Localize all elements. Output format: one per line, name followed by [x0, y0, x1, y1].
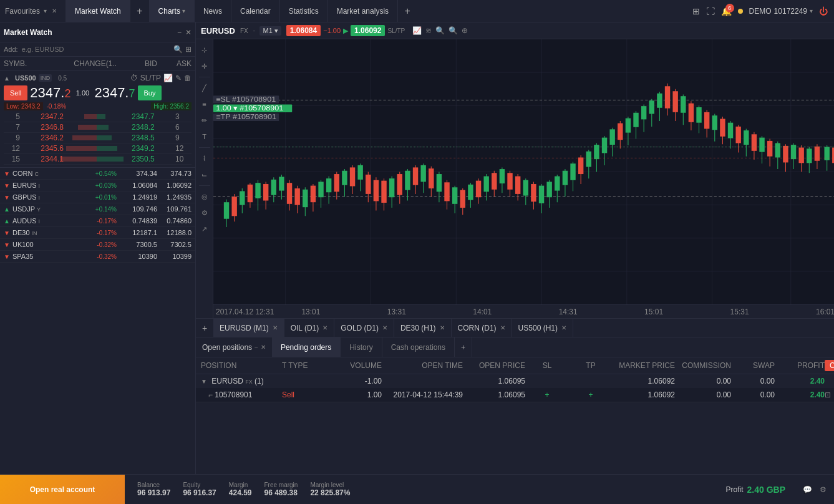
symbol-row-audusd[interactable]: ▲ AUDUS I -0.17% 0.74839 0.74860: [0, 215, 195, 227]
symbol-row-corn[interactable]: ▼ CORN C +0.54% 374.34 374.73: [0, 168, 195, 180]
usdjpy-bid: 109.746: [117, 205, 157, 213]
add-panel-button[interactable]: +: [455, 337, 472, 357]
open-positions-x-icon[interactable]: ✕: [261, 344, 266, 351]
account-dropdown-icon[interactable]: ▾: [810, 7, 813, 14]
symbol-tab-eurusd[interactable]: EURUSD (M1) ✕: [213, 319, 284, 337]
search-icon[interactable]: 🔍: [173, 45, 183, 54]
svg-rect-42: [318, 182, 323, 197]
crosshair-tool[interactable]: ✛: [198, 59, 211, 73]
chat-icon[interactable]: 💬: [803, 485, 812, 494]
zoom-out-icon[interactable]: 🔍: [449, 26, 458, 35]
buy-button[interactable]: Buy: [138, 85, 162, 100]
symbol-tab-us500-close[interactable]: ✕: [561, 324, 566, 331]
symbol-tab-corn-close[interactable]: ✕: [500, 324, 505, 331]
col-header-symbol: SYMB.: [4, 59, 73, 68]
add-chart-tab-button[interactable]: +: [398, 0, 417, 22]
layout-icon[interactable]: ⊞: [692, 6, 700, 16]
symbol-tab-us500[interactable]: US500 (H1) ✕: [512, 319, 573, 337]
toolbar-div-3: [199, 185, 210, 186]
svg-rect-18: [224, 202, 229, 219]
eurusd-arrow-icon: ▼: [4, 182, 12, 189]
magnet-tool[interactable]: ◎: [198, 190, 211, 203]
close-icon[interactable]: ✕: [52, 7, 57, 14]
settings-icon[interactable]: ⚙: [820, 485, 827, 494]
svg-rect-164: [798, 148, 803, 163]
chart-icon[interactable]: 📈: [163, 74, 173, 82]
status-equity: Equity 96 916.37: [183, 482, 216, 497]
add-chart-button[interactable]: +: [196, 323, 213, 333]
tab-pending-orders[interactable]: Pending orders: [272, 337, 341, 357]
zoom-in-icon[interactable]: 🔍: [435, 26, 445, 35]
fibonacci-tool[interactable]: ⌇: [198, 152, 211, 165]
grid-icon[interactable]: ⊞: [185, 45, 192, 54]
channel-tool[interactable]: ≡: [198, 97, 211, 111]
settings-tool[interactable]: ⚙: [198, 206, 211, 220]
pen-tool[interactable]: ✏: [198, 114, 211, 127]
tab-market-watch[interactable]: Market Watch: [66, 0, 130, 22]
us500-expand-icon[interactable]: ▲: [4, 75, 12, 82]
row-expand-icon[interactable]: ▼: [201, 378, 207, 385]
svg-rect-52: [357, 165, 362, 180]
indicator-icon[interactable]: ≋: [425, 26, 432, 35]
symbol-row-eurusd[interactable]: ▼ EURUS I +0.03% 1.06084 1.06092: [0, 180, 195, 191]
open-real-account-button[interactable]: Open real account: [0, 475, 125, 504]
order-105708901-tp[interactable]: +: [569, 390, 613, 399]
edit-icon[interactable]: ✎: [175, 74, 182, 82]
svg-rect-134: [681, 96, 686, 113]
us500-clock-icon[interactable]: ⏱: [130, 74, 138, 82]
gbpusd-symbol-name: GBPUS I: [12, 193, 79, 201]
tab-cash-operations[interactable]: Cash operations: [382, 337, 455, 357]
symbol-tab-gold[interactable]: GOLD (D1) ✕: [334, 319, 394, 337]
fullscreen-icon[interactable]: ⛶: [706, 6, 715, 16]
share-tool[interactable]: ↗: [198, 222, 211, 236]
copy-icon[interactable]: ⊡: [825, 390, 831, 399]
tab-calendar[interactable]: Calendar: [231, 0, 280, 22]
search-input[interactable]: [22, 46, 170, 53]
notification-count: 6: [725, 4, 734, 12]
symbol-tab-eurusd-close[interactable]: ✕: [273, 324, 278, 331]
symbol-row-spa35[interactable]: ▼ SPA35 -0.32% 10390 10399: [0, 251, 195, 263]
chart-timeframe-selector[interactable]: M1 ▾: [259, 26, 281, 36]
close-all-button[interactable]: CLOSE ▾: [825, 360, 834, 371]
tab-statistics[interactable]: Statistics: [280, 0, 328, 22]
panel-minimize-icon[interactable]: −: [177, 28, 182, 37]
corn-bid: 374.34: [117, 170, 157, 177]
profit-display: Profit 2.40 GBP: [716, 485, 796, 495]
symbol-row-de30[interactable]: ▼ DE30 IN -0.17% 12187.1 12188.0: [0, 227, 195, 239]
line-tool-icon[interactable]: 📈: [412, 26, 422, 35]
gann-tool[interactable]: ⌙: [198, 168, 211, 182]
status-margin-level: Margin level 22 825.87%: [310, 482, 350, 497]
symbol-row-gbpusd[interactable]: ▼ GBPUS I +0.01% 1.24919 1.24935: [0, 191, 195, 203]
delete-icon[interactable]: 🗑: [184, 74, 192, 82]
tab-market-analysis[interactable]: Market analysis: [328, 0, 398, 22]
add-tab-button[interactable]: +: [130, 0, 149, 22]
tab-news[interactable]: News: [195, 0, 231, 22]
crosshair-icon[interactable]: ⊕: [462, 26, 468, 35]
order-105708901-sl[interactable]: +: [525, 390, 569, 399]
sell-button[interactable]: Sell: [4, 85, 27, 100]
th-type: T TYPE: [282, 361, 332, 370]
symbol-row-usdjpy[interactable]: ▲ USDJP Y +0.14% 109.746 109.761: [0, 203, 195, 215]
buy-area: 2347.7 Buy: [94, 85, 162, 101]
symbol-tab-gold-close[interactable]: ✕: [382, 324, 387, 331]
charts-dropdown-icon[interactable]: ▾: [182, 7, 185, 14]
svg-rect-100: [546, 182, 551, 197]
notifications-bell[interactable]: 🔔 6: [721, 6, 732, 16]
th-position: POSITION: [201, 361, 282, 370]
sltp-icon[interactable]: SL/TP: [140, 74, 161, 82]
line-tool[interactable]: ╱: [198, 81, 211, 95]
spa35-arrow-icon: ▼: [4, 253, 12, 260]
symbol-tab-de30[interactable]: DE30 (H1) ✕: [394, 319, 452, 337]
open-positions-close-icon[interactable]: −: [255, 344, 258, 351]
power-button[interactable]: ⏻: [819, 6, 828, 16]
tab-history[interactable]: History: [341, 337, 382, 357]
symbol-row-uk100[interactable]: ▼ UK100 -0.32% 7300.5 7302.5: [0, 239, 195, 251]
tab-charts[interactable]: Charts ▾: [150, 0, 195, 22]
cursor-tool[interactable]: ⊹: [198, 43, 211, 57]
symbol-tab-oil-close[interactable]: ✕: [322, 324, 327, 331]
symbol-tab-de30-close[interactable]: ✕: [440, 324, 445, 331]
text-tool[interactable]: T: [198, 130, 211, 143]
panel-close-icon[interactable]: ✕: [185, 28, 192, 37]
symbol-tab-corn[interactable]: CORN (D1) ✕: [452, 319, 512, 337]
symbol-tab-oil[interactable]: OIL (D1) ✕: [284, 319, 335, 337]
